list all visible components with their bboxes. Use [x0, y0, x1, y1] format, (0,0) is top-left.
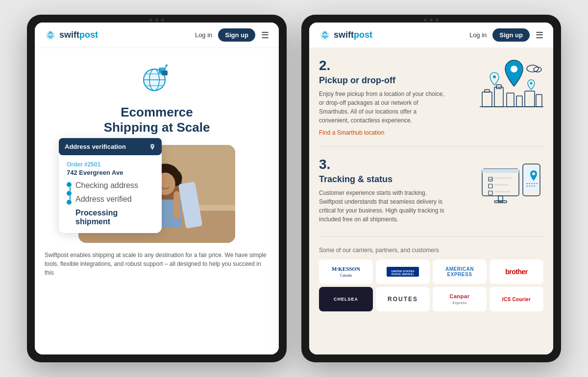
svg-point-34 — [534, 67, 541, 72]
globe-icon — [137, 58, 176, 97]
partner-mckesson: M·KESSONCanada — [319, 259, 373, 284]
svg-rect-25 — [507, 93, 514, 107]
section2-desc: Enjoy free pickup from a location of you… — [319, 90, 446, 125]
left-logo-text: swiftpost — [59, 30, 98, 40]
right-logo-text: swiftpost — [334, 30, 372, 40]
svg-rect-28 — [536, 94, 542, 107]
svg-point-30 — [511, 66, 517, 72]
right-tablet: swiftpost Log in Sign up ☰ 2. Pickup or … — [301, 15, 561, 362]
right-menu-button[interactable]: ☰ — [536, 30, 543, 41]
tracking-section: 3. Tracking & status Customer experience… — [319, 157, 543, 237]
svg-rect-42 — [494, 177, 512, 179]
left-nav-right: Log in Sign up ☰ — [195, 28, 269, 42]
pickup-icon — [480, 58, 543, 114]
card-photo-area: Address verification Order #2501 742 Eve… — [78, 145, 235, 243]
section3-number: 3. — [319, 157, 475, 172]
svg-point-32 — [530, 82, 533, 85]
partners-grid: M·KESSONCanada UNITED STATES POSTAL SERV… — [319, 259, 543, 311]
section2-number: 2. — [319, 58, 475, 73]
tracking-icon — [480, 157, 543, 212]
hero-title: Ecommerce Shipping at Scale — [45, 105, 269, 135]
right-logo: swiftpost — [319, 29, 372, 41]
svg-rect-45 — [489, 191, 492, 195]
svg-rect-23 — [494, 87, 503, 107]
right-login-button[interactable]: Log in — [469, 31, 487, 39]
left-content: Ecommerce Shipping at Scale — [35, 48, 279, 354]
partner-usps: UNITED STATES POSTAL SERVICE+ — [376, 259, 430, 284]
svg-rect-18 — [173, 191, 180, 219]
right-content: 2. Pickup or drop-off Enjoy free pickup … — [309, 48, 553, 354]
svg-rect-24 — [496, 85, 501, 89]
svg-point-20 — [152, 145, 153, 146]
logo-icon — [45, 29, 56, 41]
svg-rect-38 — [482, 169, 519, 173]
address-steps: Checking address Address verified Proces… — [67, 181, 154, 226]
step1-label: Checking address — [75, 181, 154, 190]
partners-title: Some of our carriers, partners, and cust… — [319, 247, 543, 254]
pickup-illustration — [480, 58, 543, 112]
partner-amex: AMERICANEXPRESS — [433, 259, 487, 284]
svg-rect-27 — [525, 91, 535, 107]
svg-rect-6 — [162, 71, 168, 75]
address-street: 742 Evergreen Ave — [67, 169, 154, 176]
left-login-button[interactable]: Log in — [195, 31, 212, 39]
left-tablet: swiftpost Log in Sign up ☰ — [27, 15, 287, 362]
partner-chelsea: CHELSEA — [319, 287, 373, 311]
tracking-illustration — [480, 157, 543, 211]
svg-point-31 — [493, 75, 496, 78]
hero-icon-area — [45, 58, 269, 97]
step3-dot — [67, 200, 72, 205]
address-card-header: Address verification — [59, 138, 162, 155]
svg-rect-21 — [482, 92, 492, 107]
svg-rect-26 — [516, 96, 522, 107]
left-signup-button[interactable]: Sign up — [218, 28, 255, 42]
section3-desc: Customer experience starts with tracking… — [319, 188, 446, 224]
tracking-content: 3. Tracking & status Customer experience… — [319, 157, 475, 227]
svg-rect-43 — [489, 184, 492, 188]
step3-label: Processing shipment — [75, 209, 154, 226]
partners-section: Some of our carriers, partners, and cust… — [319, 247, 543, 311]
address-card: Address verification Order #2501 742 Eve… — [59, 138, 162, 233]
smarthub-link[interactable]: Find a Smarthub location — [319, 129, 384, 136]
address-header-label: Address verification — [65, 143, 126, 150]
svg-point-49 — [532, 172, 535, 175]
pickup-content: 2. Pickup or drop-off Enjoy free pickup … — [319, 58, 475, 137]
order-number: Order #2501 — [67, 161, 154, 168]
right-nav: swiftpost Log in Sign up ☰ — [309, 23, 553, 48]
pin-icon — [149, 143, 156, 150]
section2-title: Pickup or drop-off — [319, 75, 475, 86]
partner-ics: ICS Courier — [490, 287, 543, 311]
svg-point-33 — [527, 65, 539, 72]
partner-routes: ROUTES — [376, 287, 430, 311]
svg-rect-48 — [524, 166, 539, 191]
partner-brother: brother — [490, 259, 543, 284]
pickup-section: 2. Pickup or drop-off Enjoy free pickup … — [319, 58, 543, 147]
right-logo-icon — [319, 29, 331, 41]
section3-title: Tracking & status — [319, 174, 475, 185]
right-signup-button[interactable]: Sign up — [492, 28, 530, 42]
left-menu-button[interactable]: ☰ — [261, 30, 269, 41]
partner-canpar: CanparExpress — [433, 287, 487, 311]
step2-label: Address verified — [75, 195, 154, 204]
svg-rect-44 — [494, 184, 508, 186]
right-nav-right: Log in Sign up ☰ — [469, 28, 543, 42]
svg-rect-22 — [485, 90, 490, 92]
step2-dot — [67, 191, 72, 196]
left-nav: swiftpost Log in Sign up ☰ — [35, 23, 279, 48]
left-logo: swiftpost — [45, 29, 98, 41]
step1-dot — [67, 182, 72, 187]
svg-text:POSTAL SERVICE+: POSTAL SERVICE+ — [392, 273, 414, 276]
body-text: Swiftpost enables shipping at scale to a… — [45, 251, 269, 277]
svg-rect-46 — [494, 191, 510, 192]
